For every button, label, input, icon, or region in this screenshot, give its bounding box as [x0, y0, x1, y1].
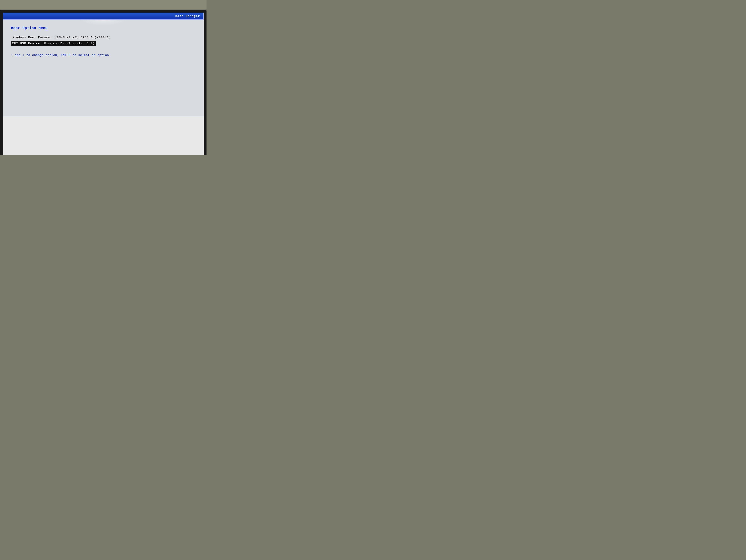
boot-option-efi-usb[interactable]: EFI USB Device (KingstonDataTraveler 3.0…	[11, 41, 96, 46]
boot-option-menu-title: Boot Option Menu	[11, 26, 196, 30]
bios-content: Boot Option Menu Windows Boot Manager (S…	[3, 20, 204, 116]
bios-header-title: Boot Manager	[175, 14, 200, 18]
boot-options-list: Windows Boot Manager (SAMSUNG MZVLB256HA…	[11, 35, 196, 47]
screen: Boot Manager Boot Option Menu Windows Bo…	[3, 12, 204, 155]
wall-background	[0, 0, 206, 9]
bios-navigation-hint: ↑ and ↓ to change option, ENTER to selec…	[11, 53, 196, 57]
bios-header: Boot Manager	[3, 12, 204, 20]
laptop-bezel: Boot Manager Boot Option Menu Windows Bo…	[0, 10, 206, 155]
boot-option-windows[interactable]: Windows Boot Manager (SAMSUNG MZVLB256HA…	[11, 35, 112, 40]
